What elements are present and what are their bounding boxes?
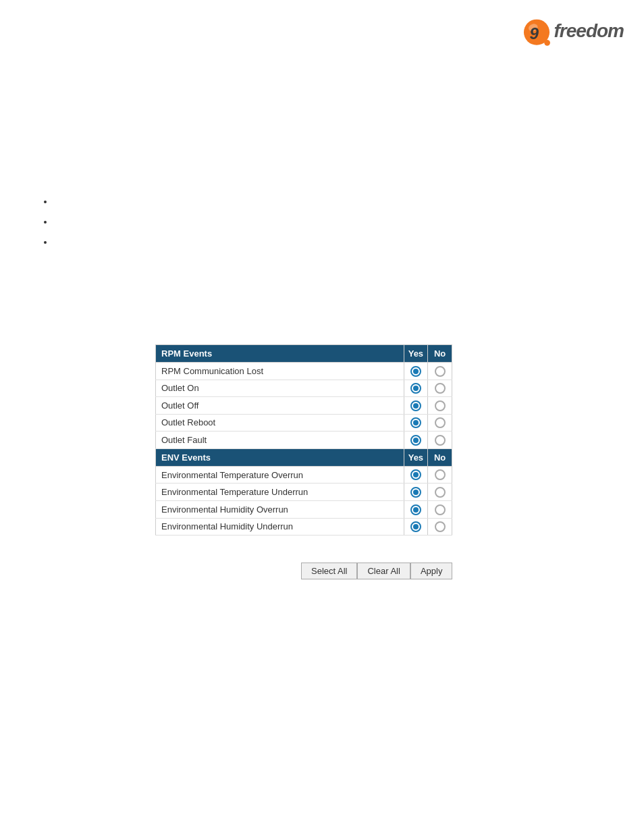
radio-yes-icon[interactable] (410, 487, 421, 498)
bullet-list-area (41, 196, 208, 257)
rpm-events-label: RPM Events (156, 345, 404, 363)
env-humidity-underrun-label: Environmental Humidity Underrun (156, 518, 404, 536)
env-temp-overrun-yes[interactable] (404, 466, 428, 484)
radio-no-icon[interactable] (435, 417, 446, 428)
env-no-header: No (428, 448, 452, 466)
bullet-item-3 (54, 236, 208, 249)
table-row: RPM Communication Lost (156, 363, 452, 380)
radio-yes-icon[interactable] (410, 417, 421, 428)
radio-yes-icon[interactable] (410, 366, 421, 377)
radio-yes-icon[interactable] (410, 521, 421, 532)
env-temp-underrun-label: Environmental Temperature Underrun (156, 484, 404, 501)
outlet-on-yes[interactable] (404, 380, 428, 397)
outlet-on-no[interactable] (428, 380, 452, 397)
env-humidity-underrun-yes[interactable] (404, 518, 428, 536)
logo-area: 9 freedom (516, 14, 624, 49)
radio-no-icon[interactable] (435, 435, 446, 446)
env-humidity-overrun-no[interactable] (428, 500, 452, 518)
outlet-fault-yes[interactable] (404, 432, 428, 449)
outlet-fault-label: Outlet Fault (156, 432, 404, 449)
radio-no-icon[interactable] (435, 383, 446, 394)
outlet-fault-no[interactable] (428, 432, 452, 449)
select-all-button[interactable]: Select All (301, 563, 357, 579)
table-row: Environmental Temperature Underrun (156, 484, 452, 501)
rpm-comm-lost-yes[interactable] (404, 363, 428, 380)
apply-button[interactable]: Apply (410, 563, 453, 579)
events-table-area: RPM Events Yes No RPM Communication Lost… (155, 344, 452, 536)
env-temp-overrun-label: Environmental Temperature Overrun (156, 466, 404, 484)
radio-yes-icon[interactable] (410, 400, 421, 411)
table-row: Outlet On (156, 380, 452, 397)
radio-yes-icon[interactable] (410, 383, 421, 394)
env-humidity-overrun-label: Environmental Humidity Overrun (156, 500, 404, 518)
bullet-item-2 (54, 216, 208, 228)
rpm-events-header-row: RPM Events Yes No (156, 345, 452, 363)
svg-text:9: 9 (529, 24, 539, 43)
radio-no-icon[interactable] (435, 469, 446, 480)
outlet-reboot-no[interactable] (428, 414, 452, 432)
outlet-off-no[interactable] (428, 397, 452, 415)
bullet-list (41, 196, 208, 249)
env-events-label: ENV Events (156, 448, 404, 466)
rpm-comm-lost-no[interactable] (428, 363, 452, 380)
radio-no-icon[interactable] (435, 504, 446, 515)
env-humidity-overrun-yes[interactable] (404, 500, 428, 518)
outlet-reboot-yes[interactable] (404, 414, 428, 432)
table-row: Environmental Humidity Overrun (156, 500, 452, 518)
env-humidity-underrun-no[interactable] (428, 518, 452, 536)
radio-no-icon[interactable] (435, 487, 446, 498)
env-temp-underrun-yes[interactable] (404, 484, 428, 501)
action-buttons-area: Select All Clear All Apply (301, 563, 452, 579)
table-row: Environmental Temperature Overrun (156, 466, 452, 484)
logo-text: freedom (554, 20, 624, 42)
radio-no-icon[interactable] (435, 521, 446, 532)
radio-no-icon[interactable] (435, 366, 446, 377)
clear-all-button[interactable]: Clear All (357, 563, 410, 579)
rpm-no-header: No (428, 345, 452, 363)
table-row: Outlet Fault (156, 432, 452, 449)
rpm-comm-lost-label: RPM Communication Lost (156, 363, 404, 380)
rpm-yes-header: Yes (404, 345, 428, 363)
events-table: RPM Events Yes No RPM Communication Lost… (155, 344, 452, 536)
freedom9-logo-icon: 9 (519, 14, 554, 49)
env-temp-underrun-no[interactable] (428, 484, 452, 501)
outlet-off-yes[interactable] (404, 397, 428, 415)
svg-point-3 (544, 40, 550, 46)
outlet-off-label: Outlet Off (156, 397, 404, 415)
table-row: Outlet Reboot (156, 414, 452, 432)
radio-yes-icon[interactable] (410, 469, 421, 480)
outlet-reboot-label: Outlet Reboot (156, 414, 404, 432)
env-temp-overrun-no[interactable] (428, 466, 452, 484)
bullet-item-1 (54, 196, 208, 208)
radio-yes-icon[interactable] (410, 504, 421, 515)
outlet-on-label: Outlet On (156, 380, 404, 397)
radio-no-icon[interactable] (435, 400, 446, 411)
table-row: Outlet Off (156, 397, 452, 415)
env-yes-header: Yes (404, 448, 428, 466)
env-events-header-row: ENV Events Yes No (156, 448, 452, 466)
table-row: Environmental Humidity Underrun (156, 518, 452, 536)
radio-yes-icon[interactable] (410, 435, 421, 446)
